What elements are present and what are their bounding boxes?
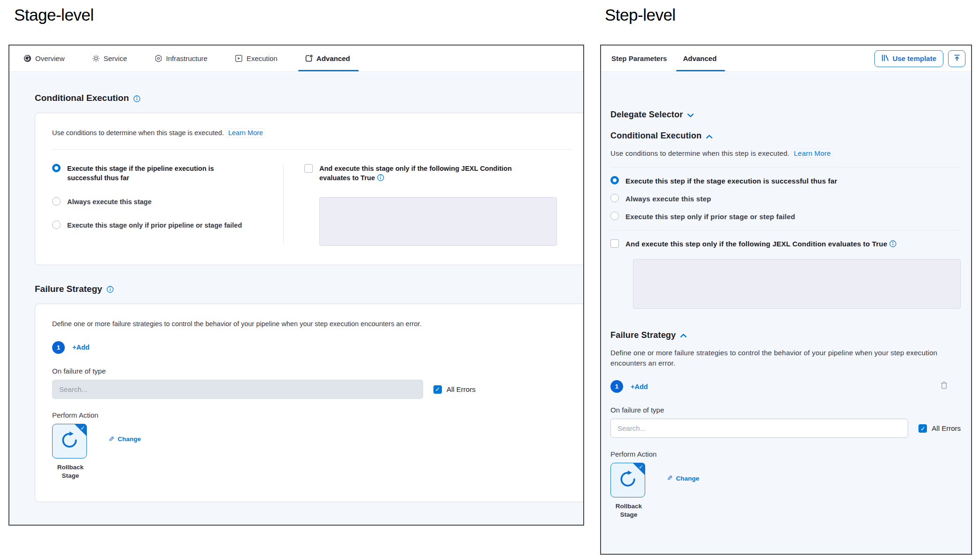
add-strategy-button[interactable]: +Add xyxy=(72,344,90,351)
learn-more-link[interactable]: Learn More xyxy=(226,128,265,138)
pencil-icon: ✎ xyxy=(667,474,673,482)
change-action-link[interactable]: ✎ Change xyxy=(108,435,141,443)
checkbox-checked-icon[interactable]: ✓ xyxy=(433,385,442,394)
section-title: Failure Strategy xyxy=(35,284,102,294)
delegate-selector-header[interactable]: Delegate Selector xyxy=(610,110,961,120)
divider xyxy=(610,167,961,168)
failure-type-search-input[interactable] xyxy=(52,380,423,399)
conditional-execution-description: Use conditions to determine when this st… xyxy=(610,148,961,159)
tab-label: Step Parameters xyxy=(611,54,667,62)
radio-option-pipeline-successful[interactable]: Execute this stage if the pipeline execu… xyxy=(52,164,283,183)
divider xyxy=(52,149,572,150)
on-failure-label: On failure of type xyxy=(610,406,961,414)
tab-label: Advanced xyxy=(683,54,717,62)
radio-icon[interactable] xyxy=(610,212,619,220)
all-errors-checkbox-row[interactable]: ✓ All Errors xyxy=(433,385,476,394)
strategy-list-row: 1 +Add xyxy=(610,380,961,393)
tab-advanced[interactable]: Advanced xyxy=(683,46,717,71)
action-name: Rollback Stage xyxy=(610,502,647,519)
info-icon[interactable] xyxy=(377,174,384,181)
failure-strategy-description: Define one or more failure strategies to… xyxy=(610,348,960,368)
checkbox-unchecked-icon[interactable] xyxy=(304,164,313,173)
stage-panel: Overview Service Infrastructure Executio… xyxy=(8,45,584,526)
strategy-list-row: 1 +Add xyxy=(52,341,572,354)
upload-template-button[interactable] xyxy=(948,50,965,67)
radio-selected-icon[interactable] xyxy=(610,176,619,184)
tab-label: Service xyxy=(104,54,127,62)
selected-check-icon: ✓ xyxy=(80,425,85,431)
step-panel: Step Parameters Advanced Use template xyxy=(600,45,972,555)
failure-type-search-input[interactable] xyxy=(610,419,908,438)
strategy-badge[interactable]: 1 xyxy=(610,380,623,393)
conditional-execution-description: Use conditions to determine when this st… xyxy=(52,128,572,138)
perform-action-row: ✓ Rollback Stage ✎ Change xyxy=(610,463,961,519)
execution-condition-options: Execute this step if the stage execution… xyxy=(610,176,961,222)
strategy-badge[interactable]: 1 xyxy=(52,341,65,354)
checkbox-checked-icon[interactable]: ✓ xyxy=(918,424,927,433)
radio-option-always-execute[interactable]: Always execute this step xyxy=(610,194,961,204)
conditional-execution-card: Use conditions to determine when this st… xyxy=(35,113,583,265)
add-strategy-button[interactable]: +Add xyxy=(631,383,648,390)
checkbox-unchecked-icon[interactable] xyxy=(610,239,619,248)
conditional-execution-header[interactable]: Conditional Execution xyxy=(610,131,961,141)
jexl-condition-input[interactable] xyxy=(633,259,961,309)
pencil-icon: ✎ xyxy=(108,435,115,443)
jexl-condition-column: And execute this stage only if the follo… xyxy=(284,164,572,246)
jexl-condition-checkbox-row[interactable]: And execute this step only if the follow… xyxy=(610,239,961,249)
stage-level-title: Stage-level xyxy=(14,6,94,24)
divider xyxy=(610,230,961,230)
perform-action-label: Perform Action xyxy=(52,411,572,419)
perform-action-label: Perform Action xyxy=(610,450,961,458)
use-template-button[interactable]: Use template xyxy=(874,50,943,67)
info-icon[interactable] xyxy=(133,95,140,102)
template-library-icon xyxy=(881,54,889,63)
stage-advanced-content: Conditional Execution Use conditions to … xyxy=(9,72,583,525)
step-advanced-content: Delegate Selector Conditional Execution … xyxy=(601,72,971,554)
upload-icon xyxy=(953,54,961,63)
change-action-link[interactable]: ✎ Change xyxy=(667,474,699,482)
tab-infrastructure[interactable]: Infrastructure xyxy=(154,46,208,71)
failure-strategy-card: Define one or more failure strategies to… xyxy=(35,304,583,502)
action-name: Rollback Stage xyxy=(52,463,89,480)
on-failure-label: On failure of type xyxy=(52,367,572,375)
info-icon[interactable] xyxy=(107,286,114,293)
chevron-up-icon xyxy=(706,134,713,139)
tab-overview[interactable]: Overview xyxy=(23,46,65,71)
tab-advanced[interactable]: Advanced xyxy=(305,46,350,71)
failure-strategy-description: Define one or more failure strategies to… xyxy=(52,319,572,329)
info-icon[interactable] xyxy=(889,240,896,247)
tab-step-parameters[interactable]: Step Parameters xyxy=(611,46,667,71)
radio-option-always-execute[interactable]: Always execute this stage xyxy=(52,197,283,206)
infrastructure-icon xyxy=(154,54,162,62)
conditional-execution-heading: Conditional Execution xyxy=(35,93,583,103)
execution-condition-options: Execute this stage if the pipeline execu… xyxy=(52,164,283,246)
tab-service[interactable]: Service xyxy=(92,46,127,71)
section-title: Conditional Execution xyxy=(35,93,129,103)
tab-execution[interactable]: Execution xyxy=(235,46,278,71)
chevron-down-icon xyxy=(687,113,694,118)
jexl-condition-input[interactable] xyxy=(319,197,557,246)
radio-icon[interactable] xyxy=(52,197,61,206)
tab-label: Overview xyxy=(35,54,65,62)
trash-icon[interactable] xyxy=(941,381,948,389)
radio-icon[interactable] xyxy=(52,221,61,229)
learn-more-link[interactable]: Learn More xyxy=(792,148,833,158)
radio-option-prior-failed[interactable]: Execute this step only if prior stage or… xyxy=(610,212,961,222)
conditional-execution-columns: Execute this stage if the pipeline execu… xyxy=(52,164,572,246)
all-errors-checkbox-row[interactable]: ✓ All Errors xyxy=(918,424,961,433)
execution-icon xyxy=(235,54,243,62)
overview-icon xyxy=(23,54,31,62)
tab-label: Infrastructure xyxy=(166,54,208,62)
radio-option-prior-failed[interactable]: Execute this stage only if prior pipelin… xyxy=(52,221,283,230)
rollback-stage-tile[interactable]: ✓ xyxy=(610,463,645,497)
radio-option-stage-successful[interactable]: Execute this step if the stage execution… xyxy=(610,176,961,186)
screenshot-canvas: Stage-level Step-level Overview Service xyxy=(0,0,980,558)
radio-selected-icon[interactable] xyxy=(52,164,61,172)
radio-icon[interactable] xyxy=(610,194,619,202)
step-level-title: Step-level xyxy=(605,6,676,24)
failure-type-row: ✓ All Errors xyxy=(52,380,572,399)
rollback-stage-tile[interactable]: ✓ xyxy=(52,424,87,459)
jexl-condition-checkbox-row[interactable]: And execute this stage only if the follo… xyxy=(304,164,572,183)
failure-strategy-header[interactable]: Failure Strategy xyxy=(610,330,961,340)
header-buttons: Use template xyxy=(874,46,965,71)
